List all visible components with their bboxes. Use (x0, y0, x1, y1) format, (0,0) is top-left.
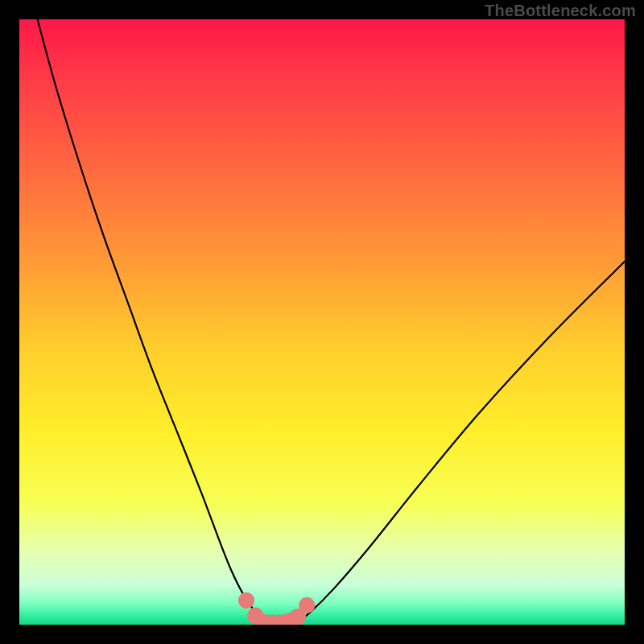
curve-layer (19, 19, 625, 625)
marker-dot (299, 597, 315, 613)
bottleneck-curve (38, 19, 625, 623)
chart-frame: TheBottleneck.com (0, 0, 644, 644)
marker-dot (238, 592, 254, 609)
plot-area (19, 19, 625, 625)
watermark-text: TheBottleneck.com (485, 2, 636, 20)
bottom-highlight-markers (238, 592, 316, 625)
